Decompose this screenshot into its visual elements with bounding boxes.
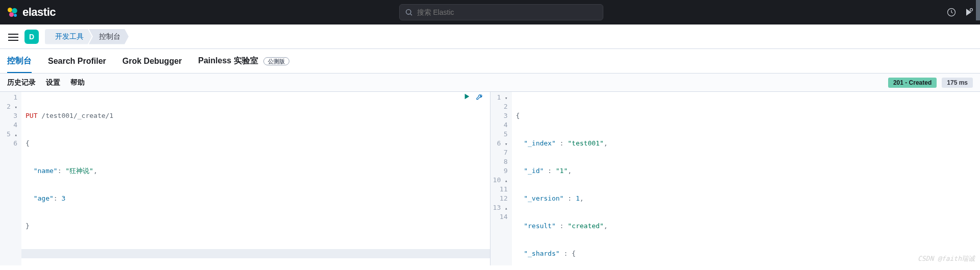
search-icon: [405, 8, 413, 16]
brand-text: elastic: [22, 6, 56, 19]
history-link[interactable]: 历史记录: [7, 78, 36, 87]
breadcrumb-devtools[interactable]: 开发工具: [45, 29, 92, 44]
help-link[interactable]: 帮助: [70, 78, 85, 87]
svg-point-4: [406, 10, 410, 14]
svg-point-3: [14, 14, 17, 17]
elastic-logo-icon: [6, 6, 18, 18]
top-header: elastic: [0, 0, 980, 24]
status-badge: 201 - Created: [888, 78, 937, 88]
breadcrumb-console[interactable]: 控制台: [89, 29, 129, 44]
request-code[interactable]: PUT /test001/_create/1 { "name": "狂神说", …: [21, 92, 490, 265]
tab-painless-lab[interactable]: Painless 实验室 公测版: [198, 50, 289, 72]
tabs: 控制台 Search Profiler Grok Debugger Painle…: [0, 49, 980, 73]
run-request-icon[interactable]: [463, 93, 471, 104]
svg-point-2: [9, 12, 14, 17]
search-input[interactable]: [417, 8, 598, 16]
brand-logo[interactable]: elastic: [6, 6, 56, 19]
editor-split: 12 ▾345 ▴6 PUT /test001/_create/1 { "nam…: [0, 92, 980, 265]
http-method: PUT: [26, 112, 37, 119]
watermark: CSDN @faith瑞诚: [918, 254, 975, 263]
time-badge: 175 ms: [942, 78, 973, 88]
svg-line-5: [410, 14, 412, 15]
global-search[interactable]: [399, 4, 603, 20]
http-path: /test001/_create/1: [41, 112, 113, 119]
request-options-icon[interactable]: [476, 93, 484, 104]
request-editor[interactable]: 12 ▾345 ▴6 PUT /test001/_create/1 { "nam…: [0, 92, 491, 265]
response-viewer[interactable]: 1 ▾23456 ▾78910 ▴111213 ▴14 { "_index" :…: [491, 92, 981, 265]
tab-console[interactable]: 控制台: [7, 50, 32, 72]
side-handle[interactable]: [976, 0, 980, 20]
response-gutter: 1 ▾23456 ▾78910 ▴111213 ▴14: [491, 92, 512, 265]
request-gutter: 12 ▾345 ▴6: [0, 92, 21, 265]
space-avatar[interactable]: D: [24, 30, 39, 44]
breadcrumb: 开发工具 控制台: [45, 29, 129, 44]
menu-toggle-icon[interactable]: [8, 32, 18, 42]
beta-badge: 公测版: [263, 57, 289, 65]
tab-painless-label: Painless 实验室: [198, 56, 258, 65]
svg-point-7: [970, 9, 973, 11]
help-icon[interactable]: [964, 7, 974, 17]
sub-header: D 开发工具 控制台: [0, 24, 980, 49]
tab-grok-debugger[interactable]: Grok Debugger: [122, 51, 182, 72]
response-code: { "_index" : "test001", "_id" : "1", "_v…: [512, 92, 981, 265]
settings-link[interactable]: 设置: [46, 78, 60, 87]
tab-search-profiler[interactable]: Search Profiler: [48, 51, 106, 72]
svg-point-0: [8, 8, 12, 12]
console-toolbar: 历史记录 设置 帮助 201 - Created 175 ms: [0, 73, 980, 92]
news-icon[interactable]: [946, 7, 957, 17]
